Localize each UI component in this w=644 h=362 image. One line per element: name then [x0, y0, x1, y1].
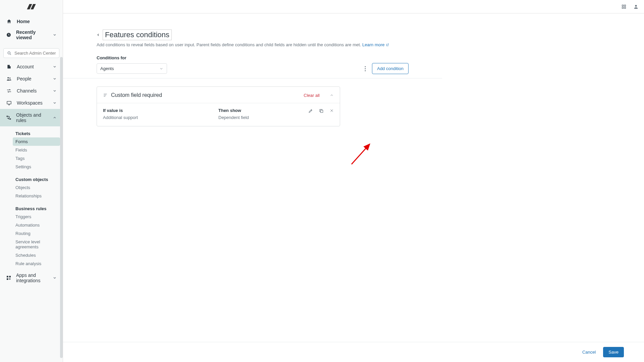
svg-point-19	[365, 70, 366, 71]
divider	[63, 78, 442, 78]
sub-item-schedules[interactable]: Schedules	[13, 251, 60, 259]
svg-point-18	[365, 68, 366, 69]
copy-icon[interactable]	[319, 109, 324, 113]
chevron-down-icon	[53, 89, 57, 93]
add-condition-button[interactable]: Add condition	[372, 63, 409, 74]
section-label: People	[17, 76, 32, 81]
section-label: Account	[17, 64, 34, 69]
chevron-down-icon	[53, 101, 57, 105]
save-button[interactable]: Save	[603, 347, 624, 357]
sub-item-rule-analysis[interactable]: Rule analysis	[13, 259, 60, 268]
clock-icon	[6, 32, 11, 38]
svg-rect-20	[321, 110, 323, 113]
learn-more-link[interactable]: Learn more	[362, 42, 389, 47]
search-input[interactable]	[14, 51, 56, 56]
card-title: Custom field required	[111, 92, 162, 98]
then-show-value: Dependent field	[218, 115, 334, 120]
logo-area	[0, 0, 63, 13]
svg-point-5	[9, 77, 10, 78]
sub-item-fields[interactable]: Fields	[13, 146, 60, 154]
svg-point-7	[7, 116, 8, 117]
back-icon[interactable]	[97, 33, 100, 37]
sidebar-section-workspaces[interactable]: Workspaces	[0, 97, 63, 109]
sub-item-forms[interactable]: Forms	[13, 137, 60, 146]
home-icon	[6, 19, 12, 24]
svg-point-8	[10, 119, 11, 120]
main: Features conditions Add conditions to re…	[63, 0, 644, 362]
section-label: Apps and integrations	[16, 273, 48, 283]
dropdown-value: Agents	[100, 66, 114, 71]
apps-grid-icon[interactable]	[621, 4, 627, 9]
subgroup-tickets: Tickets Forms Fields Tags Settings	[0, 126, 63, 172]
sidebar-recent[interactable]: Recently viewed	[0, 27, 63, 43]
chevron-down-icon	[53, 77, 57, 81]
list-icon	[103, 93, 108, 98]
subgroup-header: Tickets	[15, 128, 63, 137]
sidebar-recent-label: Recently viewed	[16, 29, 48, 40]
sidebar-section-people[interactable]: People	[0, 73, 63, 85]
edit-icon[interactable]	[308, 109, 313, 113]
svg-point-4	[7, 77, 9, 78]
search-icon	[7, 51, 12, 56]
clear-all-link[interactable]: Clear all	[304, 93, 320, 98]
svg-rect-12	[622, 5, 624, 6]
svg-point-1	[8, 52, 10, 54]
sub-item-sla[interactable]: Service level agreements	[13, 238, 60, 251]
chevron-up-icon[interactable]	[330, 93, 334, 97]
sidebar-home[interactable]: Home	[0, 16, 63, 27]
svg-rect-11	[7, 278, 8, 280]
sub-item-objects[interactable]: Objects	[13, 183, 60, 192]
if-value-label: If value is	[103, 108, 218, 113]
chevron-down-icon	[159, 67, 163, 71]
sub-item-relationships[interactable]: Relationships	[13, 192, 60, 200]
sub-item-routing[interactable]: Routing	[13, 229, 60, 238]
svg-rect-3	[10, 66, 11, 69]
subgroup-business-rules: Business rules Triggers Automations Rout…	[0, 201, 63, 269]
svg-point-16	[635, 5, 637, 6]
content-scroll[interactable]: Features conditions Add conditions to re…	[63, 13, 644, 362]
overflow-menu-icon[interactable]	[363, 64, 368, 73]
cancel-button[interactable]: Cancel	[581, 347, 597, 357]
building-icon	[6, 64, 12, 69]
chevron-down-icon	[53, 276, 57, 280]
sub-item-tags[interactable]: Tags	[13, 154, 60, 163]
desc-text: Add conditions to reveal fields based on…	[97, 42, 362, 47]
user-icon[interactable]	[633, 4, 639, 9]
condition-card: Custom field required Clear all If value…	[97, 86, 340, 126]
sidebar-section-apps[interactable]: Apps and integrations	[0, 269, 63, 287]
page-description: Add conditions to reveal fields based on…	[97, 42, 409, 47]
chevron-up-icon	[53, 116, 57, 120]
svg-rect-6	[7, 101, 11, 104]
sub-item-triggers[interactable]: Triggers	[13, 213, 60, 221]
svg-rect-2	[7, 65, 10, 69]
section-label: Workspaces	[17, 100, 43, 106]
subgroup-header: Business rules	[15, 203, 63, 213]
sub-item-automations[interactable]: Automations	[13, 221, 60, 229]
subgroup-custom-objects: Custom objects Objects Relationships	[0, 172, 63, 201]
sidebar-section-channels[interactable]: Channels	[0, 85, 63, 97]
svg-rect-9	[7, 276, 8, 278]
chevron-down-icon	[53, 65, 57, 69]
zendesk-logo-icon	[28, 4, 35, 9]
section-label: Channels	[17, 88, 37, 94]
flow-icon	[6, 115, 11, 120]
svg-rect-13	[624, 5, 626, 6]
apps-icon	[6, 275, 11, 281]
search-input-wrap[interactable]	[3, 48, 59, 58]
close-icon[interactable]	[330, 109, 334, 113]
sub-item-settings[interactable]: Settings	[13, 163, 60, 171]
page-title: Features conditions	[103, 29, 172, 40]
people-icon	[6, 76, 12, 81]
svg-rect-14	[622, 7, 624, 8]
conditions-for-dropdown[interactable]: Agents	[97, 63, 167, 74]
conditions-for-label: Conditions for	[97, 55, 409, 60]
footer: Cancel Save	[63, 342, 644, 362]
sidebar-section-objects-rules[interactable]: Objects and rules	[0, 109, 63, 126]
if-value: Additional support	[103, 115, 218, 120]
channels-icon	[6, 88, 12, 94]
subgroup-header: Custom objects	[15, 174, 63, 183]
section-label: Objects and rules	[16, 112, 48, 123]
annotation-arrow	[349, 140, 376, 167]
svg-line-21	[352, 144, 370, 164]
sidebar-section-account[interactable]: Account	[0, 61, 63, 73]
